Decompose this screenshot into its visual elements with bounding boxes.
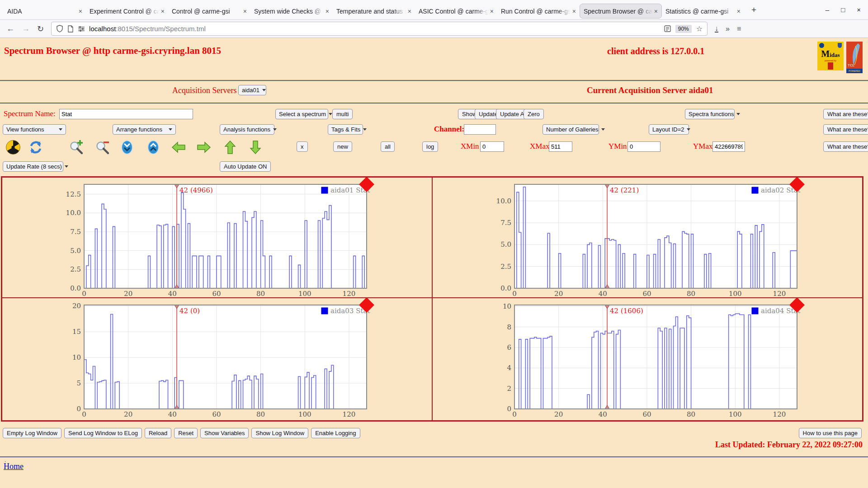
multi-button[interactable]: multi [332,109,353,119]
tags-fits-dropdown[interactable]: Tags & Fits [328,124,363,135]
zoom-level-badge[interactable]: 90% [675,25,692,33]
hamburger-menu-icon[interactable]: ≡ [737,25,741,33]
tab-run-control[interactable]: Run Control @ carme-gs × [497,4,580,19]
spectrum-chart-aida01[interactable]: 0204060801001200.02.55.07.510.012.542 (4… [64,178,389,298]
home-link[interactable]: Home [4,462,24,471]
what-are-these-button[interactable]: What are these? [823,124,868,135]
bookmark-star-icon[interactable]: ☆ [696,24,703,33]
number-of-galleries-dropdown[interactable]: Number of Galleries [542,124,599,135]
x-axis-button[interactable]: x [297,141,308,152]
svg-text:100: 100 [298,290,311,298]
ymax-input[interactable] [712,141,745,152]
spectrum-chart-aida03[interactable]: 0204060801001200510152042 (0)aida03 Stat [64,298,389,418]
select-spectrum-dropdown[interactable]: Select a spectrum [275,109,328,119]
window-maximize-button[interactable]: □ [841,6,845,14]
permissions-tune-icon[interactable] [78,26,85,32]
tab-close-icon[interactable]: × [77,8,82,15]
refresh-icon[interactable] [28,139,43,155]
send-log-to-elog-button[interactable]: Send Log Window to ELog [64,428,142,438]
view-functions-dropdown[interactable]: View functions [3,124,66,135]
spectrum-chart-aida04[interactable]: 020406080100120024681042 (1606)aida04 St… [494,298,820,418]
enable-logging-button[interactable]: Enable Logging [311,428,360,438]
tab-statistics[interactable]: Statistics @ carme-gsi × [662,4,744,19]
zero-button[interactable]: Zero [524,109,544,119]
arrange-functions-dropdown[interactable]: Arrange functions [113,124,176,135]
plot-area [84,305,367,409]
svg-text:0: 0 [82,290,86,298]
radiation-icon[interactable] [5,139,21,155]
tab-close-icon[interactable]: × [571,8,576,15]
forward-button[interactable]: → [22,24,30,33]
xmax-input[interactable] [549,141,572,152]
tcl-powered-logo[interactable]: TCL POWERED [846,42,863,73]
downloads-icon[interactable]: ↓ [715,25,718,33]
tab-aida[interactable]: AIDA × [4,4,86,19]
tab-control[interactable]: Control @ carme-gsi × [168,4,250,19]
svg-text:100: 100 [729,410,742,418]
tab-close-icon[interactable]: × [159,8,165,15]
tab-close-icon[interactable]: × [488,8,494,15]
svg-text:120: 120 [343,290,356,298]
midas-logo[interactable]: Midas powered by [817,42,844,70]
reset-button[interactable]: Reset [174,428,198,438]
window-close-button[interactable]: × [857,6,861,14]
all-button[interactable]: all [381,141,395,152]
spectrum-name-input[interactable] [59,109,193,119]
svg-text:4: 4 [507,364,511,372]
tab-close-icon[interactable]: × [241,8,247,15]
chevron-down-icon [363,128,367,131]
svg-text:0.0: 0.0 [70,284,81,292]
tab-asic-control[interactable]: ASIC Control @ carme-g × [415,4,497,19]
tab-close-icon[interactable]: × [406,8,411,15]
xmin-input[interactable] [480,141,504,152]
tab-close-icon[interactable]: × [324,8,329,15]
expand-y-icon[interactable] [146,139,161,155]
zoom-out-icon[interactable] [95,139,110,155]
show-variables-button[interactable]: Show Variables [200,428,249,438]
compress-y-icon[interactable] [119,139,135,155]
tab-close-icon[interactable]: × [652,8,658,15]
log-button[interactable]: log [422,141,438,152]
pan-left-icon[interactable] [171,139,186,155]
channel-input[interactable] [464,124,496,135]
show-log-window-button[interactable]: Show Log Window [251,428,308,438]
auto-update-button[interactable]: Auto Update ON [220,161,271,172]
back-button[interactable]: ← [6,24,14,33]
marker-value-label: 42 (221) [610,186,639,194]
tab-experiment-control[interactable]: Experiment Control @ ca × [86,4,168,19]
spectrum-chart-aida02[interactable]: 0204060801001200.02.55.07.510.042 (221)a… [494,178,820,298]
what-are-these-button[interactable]: What are these? [823,109,868,119]
pan-right-icon[interactable] [196,139,212,155]
pan-down-icon[interactable] [248,139,263,155]
ymin-input[interactable] [627,141,660,152]
tab-spectrum-browser[interactable]: Spectrum Browser @ ca × [580,4,662,19]
what-are-these-button[interactable]: What are these? [823,141,868,152]
page-icon[interactable] [67,25,74,33]
svg-text:40: 40 [168,290,177,298]
new-tab-button[interactable]: + [751,5,756,15]
empty-log-window-button[interactable]: Empty Log Window [3,428,61,438]
tab-close-icon[interactable]: × [735,8,741,15]
reload-page-button[interactable]: Reload [145,428,171,438]
spectra-functions-dropdown[interactable]: Spectra functions [685,109,735,119]
svg-text:20: 20 [124,410,132,418]
new-button[interactable]: new [333,141,352,152]
current-server-text: Current Acquisition Server aida01 [587,85,713,95]
tab-system-wide-checks[interactable]: System wide Checks @ c × [250,4,333,19]
pan-up-icon[interactable] [222,139,238,155]
svg-text:6: 6 [507,343,511,352]
overflow-chevrons-icon[interactable]: » [726,25,730,33]
window-minimize-button[interactable]: – [826,6,829,14]
shield-icon[interactable] [56,25,63,33]
reader-view-icon[interactable] [664,25,671,32]
chart-cell-aida02: 0204060801001200.02.55.07.510.042 (221)a… [432,177,863,298]
layout-id-dropdown[interactable]: Layout ID=2 [649,124,689,135]
tab-temperature-status[interactable]: Temperature and status s × [333,4,415,19]
update-rate-dropdown[interactable]: Update Rate (8 secs) [3,161,63,172]
how-to-use-button[interactable]: How to use this page [799,428,862,438]
zoom-in-icon[interactable] [69,139,84,155]
reload-button[interactable]: ↻ [37,24,44,34]
url-field[interactable]: localhost:8015/Spectrum/Spectrum.tml 90%… [51,22,708,36]
analysis-functions-dropdown[interactable]: Analysis functions [220,124,274,135]
acquisition-server-select[interactable]: aida01 [238,85,266,95]
